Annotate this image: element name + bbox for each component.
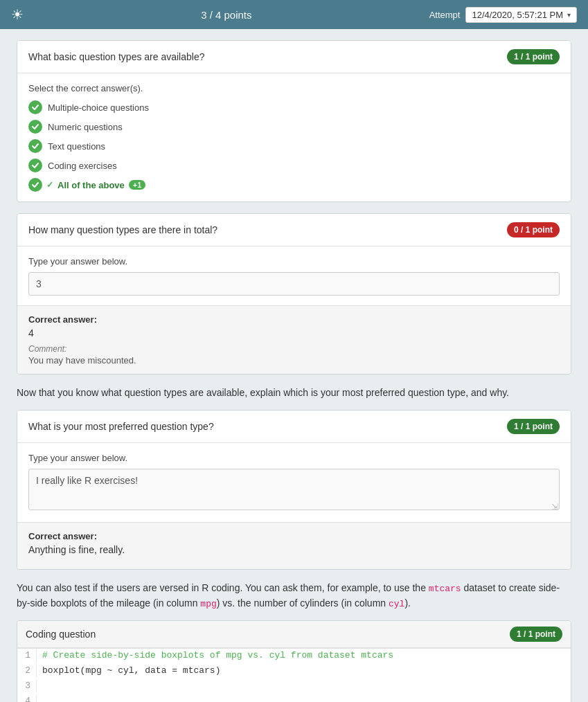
line-num-3: 3 bbox=[17, 679, 37, 692]
check-icon-3 bbox=[28, 139, 42, 153]
code-block-area: 1 # Create side-by-side boxplots of mpg … bbox=[17, 648, 571, 702]
question-block-4: Coding question 1 / 1 point 1 # Create s… bbox=[17, 620, 571, 702]
code-line-3: 3 bbox=[17, 679, 571, 694]
question-4-header: Coding question 1 / 1 point bbox=[17, 621, 571, 648]
line-code-1: # Create side-by-side boxplots of mpg vs… bbox=[37, 649, 393, 662]
attempt-date: 12/4/2020, 5:57:21 PM bbox=[472, 10, 563, 20]
narrative-2: You can also test if the users are verse… bbox=[17, 581, 571, 611]
question-2-body: Type your answer below. 3 bbox=[17, 246, 571, 305]
correct-answer-value-3: Anything is fine, really. bbox=[28, 544, 560, 555]
correct-answer-title-2: Correct answer: bbox=[28, 314, 560, 325]
narrative-2-part4: ). bbox=[404, 597, 411, 609]
topbar: ☀ 3 / 4 points Attempt 12/4/2020, 5:57:2… bbox=[0, 0, 588, 29]
question-block-1: What basic question types are available?… bbox=[17, 40, 571, 202]
plus-badge: +1 bbox=[129, 180, 146, 190]
correct-answer-title-3: Correct answer: bbox=[28, 531, 560, 541]
code-line-4: 4 bbox=[17, 694, 571, 702]
answer-text-1: Multiple-choice questions bbox=[48, 102, 149, 113]
text-answer-input[interactable] bbox=[28, 469, 560, 510]
narrative-2-part3: ) vs. the number of cylinders (in column bbox=[217, 597, 389, 609]
question-2-score: 0 / 1 point bbox=[507, 222, 560, 237]
comment-label-2: Comment: bbox=[28, 344, 560, 354]
narrative-2-part1: You can also test if the users are verse… bbox=[17, 582, 429, 593]
question-3-score: 1 / 1 point bbox=[507, 419, 560, 434]
answer-item-3: Text questions bbox=[28, 139, 560, 153]
question-1-header: What basic question types are available?… bbox=[17, 41, 571, 73]
answer-text-4: Coding exercises bbox=[48, 161, 117, 171]
question-4-text: Coding question bbox=[26, 629, 96, 640]
all-above-text: All of the above bbox=[57, 180, 125, 190]
resize-handle-icon: ⇲ bbox=[551, 503, 558, 511]
check-icon-4 bbox=[28, 159, 42, 172]
line-code-2: boxplot(mpg ~ cyl, data = mtcars) bbox=[37, 664, 220, 677]
answer-item-1: Multiple-choice questions bbox=[28, 100, 560, 114]
question-1-body: Select the correct answer(s). Multiple-c… bbox=[17, 73, 571, 201]
question-1-text: What basic question types are available? bbox=[28, 51, 204, 62]
main-content: What basic question types are available?… bbox=[0, 29, 588, 702]
type-answer-label-3: Type your answer below. bbox=[28, 453, 560, 463]
numeric-answer-input[interactable]: 3 bbox=[28, 272, 560, 296]
score-display: 3 / 4 points bbox=[201, 9, 251, 21]
chevron-down-icon: ▾ bbox=[567, 11, 571, 19]
select-label: Select the correct answer(s). bbox=[28, 83, 560, 93]
code-line-2: 2 boxplot(mpg ~ cyl, data = mtcars) bbox=[17, 664, 571, 679]
correct-answer-box-2: Correct answer: 4 Comment: You may have … bbox=[17, 305, 571, 374]
correct-answer-box-3: Correct answer: Anything is fine, really… bbox=[17, 522, 571, 569]
question-1-score: 1 / 1 point bbox=[507, 49, 560, 64]
attempt-selector[interactable]: 12/4/2020, 5:57:21 PM ▾ bbox=[465, 7, 577, 23]
check-icon-5 bbox=[28, 178, 42, 192]
type-answer-label-2: Type your answer below. bbox=[28, 256, 560, 267]
question-2-text: How many question types are there in tot… bbox=[28, 224, 217, 235]
answer-text-3: Text questions bbox=[48, 141, 105, 152]
narrative-1: Now that you know what question types ar… bbox=[17, 386, 571, 400]
answer-item-4: Coding exercises bbox=[28, 159, 560, 172]
question-4-score: 1 / 1 point bbox=[510, 627, 562, 642]
check-mark-icon: ✓ bbox=[46, 180, 53, 190]
question-2-header: How many question types are there in tot… bbox=[17, 214, 571, 246]
attempt-label: Attempt bbox=[429, 10, 461, 20]
all-above-row: ✓ All of the above +1 bbox=[28, 178, 560, 192]
line-num-4: 4 bbox=[17, 694, 37, 702]
check-icon-1 bbox=[28, 100, 42, 114]
line-num-1: 1 bbox=[17, 649, 37, 662]
question-block-3: What is your most preferred question typ… bbox=[17, 410, 571, 570]
line-code-3 bbox=[37, 679, 42, 682]
mpg-code: mpg bbox=[200, 599, 216, 609]
answer-item-2: Numeric questions bbox=[28, 120, 560, 134]
check-icon-2 bbox=[28, 120, 42, 134]
textarea-wrapper: ⇲ bbox=[28, 469, 560, 512]
mtcars-code: mtcars bbox=[429, 584, 461, 594]
question-3-text: What is your most preferred question typ… bbox=[28, 421, 214, 432]
answer-text-2: Numeric questions bbox=[48, 122, 123, 132]
correct-answer-value-2: 4 bbox=[28, 327, 560, 339]
question-3-header: What is your most preferred question typ… bbox=[17, 411, 571, 442]
question-block-2: How many question types are there in tot… bbox=[17, 213, 571, 375]
question-3-body: Type your answer below. ⇲ bbox=[17, 442, 571, 522]
line-code-4 bbox=[37, 694, 42, 697]
logo-icon: ☀ bbox=[11, 6, 24, 23]
topbar-right: Attempt 12/4/2020, 5:57:21 PM ▾ bbox=[429, 7, 577, 23]
line-num-2: 2 bbox=[17, 664, 37, 677]
comment-text-2: You may have miscounted. bbox=[28, 355, 560, 366]
code-line-1: 1 # Create side-by-side boxplots of mpg … bbox=[17, 649, 571, 664]
cyl-code: cyl bbox=[389, 599, 404, 609]
